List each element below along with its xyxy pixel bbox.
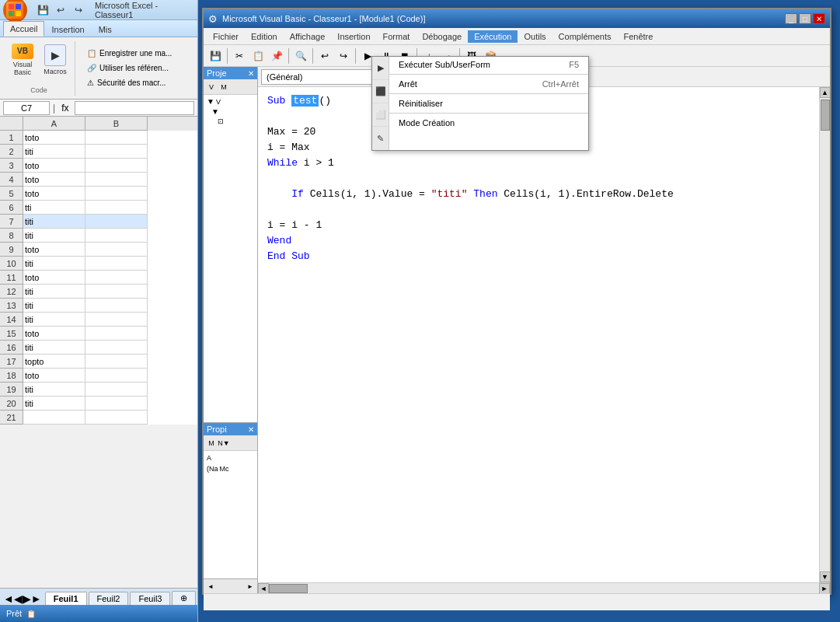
menu-insertion[interactable]: Insertion bbox=[331, 30, 376, 43]
row-header[interactable]: 8 bbox=[0, 229, 23, 243]
vbe-minimize-btn[interactable]: _ bbox=[785, 13, 797, 24]
macros-btn[interactable]: ▶ Macros bbox=[40, 43, 70, 77]
row-header[interactable]: 5 bbox=[0, 187, 23, 201]
row-header[interactable]: 4 bbox=[0, 173, 23, 187]
cell[interactable]: toto bbox=[23, 159, 85, 173]
props-tab-n[interactable]: N▼ bbox=[218, 437, 230, 449]
cell[interactable] bbox=[85, 257, 148, 271]
cell[interactable] bbox=[85, 355, 148, 369]
cell[interactable]: titi bbox=[23, 383, 85, 397]
cell[interactable] bbox=[85, 201, 148, 215]
tb-save-btn[interactable]: 💾 bbox=[207, 47, 224, 65]
row-header[interactable]: 11 bbox=[0, 271, 23, 285]
cell[interactable] bbox=[85, 383, 148, 397]
col-header-b[interactable]: B bbox=[85, 117, 148, 131]
sheet-add-tab[interactable]: ⊕ bbox=[172, 591, 196, 605]
cell[interactable]: topto bbox=[23, 355, 85, 369]
cell[interactable] bbox=[85, 229, 148, 243]
row-header[interactable]: 18 bbox=[0, 369, 23, 383]
tab-insertion[interactable]: Insertion bbox=[44, 21, 91, 37]
menu-affichage[interactable]: Affichage bbox=[284, 30, 332, 43]
sheet-tab-feuil2[interactable]: Feuil2 bbox=[89, 592, 129, 605]
menu-fenetre[interactable]: Fenêtre bbox=[617, 30, 659, 43]
cell[interactable]: titi bbox=[23, 215, 85, 229]
project-tb-btn2[interactable]: M bbox=[218, 81, 230, 93]
dropdown-item-reinit[interactable]: Réinitialiser bbox=[389, 96, 588, 111]
cell-reference-box[interactable] bbox=[3, 101, 50, 115]
cell[interactable] bbox=[85, 159, 148, 173]
cell[interactable] bbox=[85, 369, 148, 383]
visual-basic-btn[interactable]: VB VisualBasic bbox=[8, 43, 37, 77]
office-button[interactable] bbox=[3, 0, 27, 23]
sheet-tab-feuil1[interactable]: Feuil1 bbox=[45, 592, 87, 605]
tb-redo-btn[interactable]: ↪ bbox=[335, 47, 352, 65]
props-tab-m[interactable]: M bbox=[205, 437, 218, 449]
cell[interactable] bbox=[85, 173, 148, 187]
sheet-nav-prev[interactable]: ◀ bbox=[14, 592, 23, 605]
cell[interactable]: toto bbox=[23, 187, 85, 201]
undo-quick-btn[interactable]: ↩ bbox=[53, 2, 69, 18]
cell[interactable] bbox=[85, 397, 148, 411]
cell[interactable]: toto bbox=[23, 369, 85, 383]
hscroll-right[interactable]: ► bbox=[819, 583, 830, 594]
row-header[interactable]: 16 bbox=[0, 341, 23, 355]
menu-format[interactable]: Format bbox=[377, 30, 417, 43]
cell[interactable] bbox=[85, 271, 148, 285]
macro-security-btn[interactable]: ⚠Sécurité des macr... bbox=[83, 76, 194, 89]
save-quick-btn[interactable]: 💾 bbox=[35, 2, 51, 18]
hscroll-thumb[interactable] bbox=[269, 584, 308, 593]
tb-cut-btn[interactable]: ✂ bbox=[231, 47, 248, 65]
panel-scroll-right[interactable]: ► bbox=[245, 581, 256, 592]
row-header[interactable]: 21 bbox=[0, 411, 23, 425]
cell[interactable]: toto bbox=[23, 173, 85, 187]
row-header[interactable]: 7 bbox=[0, 215, 23, 229]
tb-undo-btn[interactable]: ↩ bbox=[316, 47, 333, 65]
cell[interactable]: titi bbox=[23, 145, 85, 159]
cell[interactable] bbox=[85, 243, 148, 257]
row-header[interactable]: 9 bbox=[0, 243, 23, 257]
row-header[interactable]: 13 bbox=[0, 299, 23, 313]
dropdown-item-mode[interactable]: Mode Création bbox=[389, 115, 588, 131]
properties-close-btn[interactable]: ✕ bbox=[248, 425, 254, 434]
menu-execution[interactable]: Exécution bbox=[468, 30, 518, 43]
cell[interactable]: toto bbox=[23, 131, 85, 145]
cell[interactable] bbox=[85, 327, 148, 341]
dropdown-item-arret[interactable]: Arrêt Ctrl+Arrêt bbox=[389, 76, 588, 92]
cell[interactable] bbox=[85, 341, 148, 355]
project-tb-btn1[interactable]: V bbox=[205, 81, 218, 93]
vscroll-up[interactable]: ▲ bbox=[820, 87, 831, 98]
menu-fichier[interactable]: Fichier bbox=[207, 30, 245, 43]
sheet-nav-right[interactable]: ► bbox=[31, 592, 42, 605]
cell[interactable]: titi bbox=[23, 285, 85, 299]
code-vscroll[interactable]: ▲ ▼ bbox=[819, 87, 830, 582]
cell[interactable]: titi bbox=[23, 229, 85, 243]
tb-find-btn[interactable]: 🔍 bbox=[292, 47, 309, 65]
cell[interactable]: titi bbox=[23, 299, 85, 313]
cell[interactable]: toto bbox=[23, 327, 85, 341]
tb-copy-btn[interactable]: 📋 bbox=[249, 47, 267, 65]
cell[interactable] bbox=[85, 187, 148, 201]
menu-debogage[interactable]: Débogage bbox=[416, 30, 468, 43]
row-header[interactable]: 19 bbox=[0, 383, 23, 397]
tb-paste-btn[interactable]: 📌 bbox=[268, 47, 285, 65]
vbe-maximize-btn[interactable]: □ bbox=[799, 13, 811, 24]
cell[interactable] bbox=[85, 285, 148, 299]
menu-complements[interactable]: Compléments bbox=[552, 30, 618, 43]
cell[interactable]: titi bbox=[23, 341, 85, 355]
row-header[interactable]: 3 bbox=[0, 159, 23, 173]
redo-quick-btn[interactable]: ↪ bbox=[71, 2, 87, 18]
cell[interactable]: titi bbox=[23, 257, 85, 271]
menu-edition[interactable]: Edition bbox=[245, 30, 284, 43]
row-header[interactable]: 17 bbox=[0, 355, 23, 369]
row-header[interactable]: 6 bbox=[0, 201, 23, 215]
cell[interactable]: tti bbox=[23, 201, 85, 215]
dropdown-item-executer[interactable]: Exécuter Sub/UserForm F5 bbox=[389, 57, 588, 72]
vscroll-thumb[interactable] bbox=[821, 100, 830, 131]
record-macro-btn[interactable]: 📋Enregistrer une ma... bbox=[83, 47, 194, 60]
sheet-tab-feuil3[interactable]: Feuil3 bbox=[130, 592, 170, 605]
hscroll-left[interactable]: ◄ bbox=[258, 583, 269, 594]
project-tree-module1[interactable]: ⊡ bbox=[205, 117, 256, 126]
cell[interactable] bbox=[23, 411, 85, 425]
project-tree-root[interactable]: ▼V bbox=[205, 96, 256, 107]
row-header[interactable]: 10 bbox=[0, 257, 23, 271]
